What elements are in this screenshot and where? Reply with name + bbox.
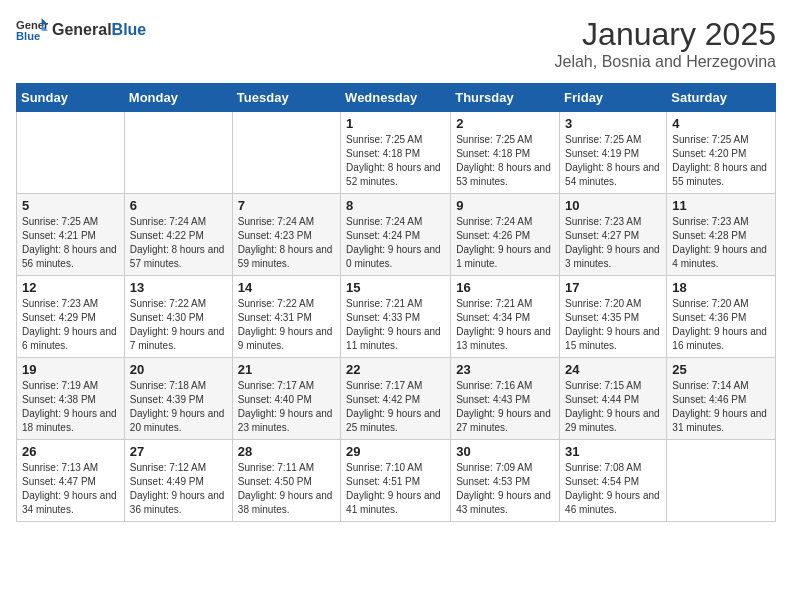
- day-info: Sunrise: 7:21 AM Sunset: 4:33 PM Dayligh…: [346, 297, 445, 353]
- day-number: 19: [22, 362, 119, 377]
- day-info: Sunrise: 7:17 AM Sunset: 4:40 PM Dayligh…: [238, 379, 335, 435]
- calendar-week-row: 1Sunrise: 7:25 AM Sunset: 4:18 PM Daylig…: [17, 112, 776, 194]
- weekday-header-friday: Friday: [560, 84, 667, 112]
- day-info: Sunrise: 7:25 AM Sunset: 4:20 PM Dayligh…: [672, 133, 770, 189]
- calendar-cell: 9Sunrise: 7:24 AM Sunset: 4:26 PM Daylig…: [451, 194, 560, 276]
- day-number: 28: [238, 444, 335, 459]
- svg-text:Blue: Blue: [16, 30, 40, 42]
- day-number: 6: [130, 198, 227, 213]
- calendar-cell: 7Sunrise: 7:24 AM Sunset: 4:23 PM Daylig…: [232, 194, 340, 276]
- day-info: Sunrise: 7:24 AM Sunset: 4:22 PM Dayligh…: [130, 215, 227, 271]
- weekday-header-wednesday: Wednesday: [341, 84, 451, 112]
- day-number: 13: [130, 280, 227, 295]
- weekday-header-thursday: Thursday: [451, 84, 560, 112]
- calendar-cell: 10Sunrise: 7:23 AM Sunset: 4:27 PM Dayli…: [560, 194, 667, 276]
- month-title: January 2025: [555, 16, 776, 53]
- calendar-cell: 1Sunrise: 7:25 AM Sunset: 4:18 PM Daylig…: [341, 112, 451, 194]
- location-title: Jelah, Bosnia and Herzegovina: [555, 53, 776, 71]
- day-number: 7: [238, 198, 335, 213]
- day-info: Sunrise: 7:14 AM Sunset: 4:46 PM Dayligh…: [672, 379, 770, 435]
- day-info: Sunrise: 7:23 AM Sunset: 4:29 PM Dayligh…: [22, 297, 119, 353]
- day-info: Sunrise: 7:16 AM Sunset: 4:43 PM Dayligh…: [456, 379, 554, 435]
- day-number: 29: [346, 444, 445, 459]
- calendar-cell: 23Sunrise: 7:16 AM Sunset: 4:43 PM Dayli…: [451, 358, 560, 440]
- day-info: Sunrise: 7:22 AM Sunset: 4:30 PM Dayligh…: [130, 297, 227, 353]
- calendar-week-row: 5Sunrise: 7:25 AM Sunset: 4:21 PM Daylig…: [17, 194, 776, 276]
- day-info: Sunrise: 7:08 AM Sunset: 4:54 PM Dayligh…: [565, 461, 661, 517]
- day-info: Sunrise: 7:25 AM Sunset: 4:18 PM Dayligh…: [346, 133, 445, 189]
- logo: General Blue GeneralBlue: [16, 16, 146, 44]
- day-number: 20: [130, 362, 227, 377]
- title-block: January 2025 Jelah, Bosnia and Herzegovi…: [555, 16, 776, 71]
- calendar-cell: [17, 112, 125, 194]
- day-number: 8: [346, 198, 445, 213]
- day-number: 15: [346, 280, 445, 295]
- calendar-week-row: 19Sunrise: 7:19 AM Sunset: 4:38 PM Dayli…: [17, 358, 776, 440]
- day-info: Sunrise: 7:12 AM Sunset: 4:49 PM Dayligh…: [130, 461, 227, 517]
- day-info: Sunrise: 7:24 AM Sunset: 4:24 PM Dayligh…: [346, 215, 445, 271]
- logo-text: GeneralBlue: [52, 21, 146, 39]
- day-info: Sunrise: 7:11 AM Sunset: 4:50 PM Dayligh…: [238, 461, 335, 517]
- day-info: Sunrise: 7:20 AM Sunset: 4:36 PM Dayligh…: [672, 297, 770, 353]
- calendar-cell: 24Sunrise: 7:15 AM Sunset: 4:44 PM Dayli…: [560, 358, 667, 440]
- day-number: 3: [565, 116, 661, 131]
- calendar-cell: 17Sunrise: 7:20 AM Sunset: 4:35 PM Dayli…: [560, 276, 667, 358]
- calendar-cell: 26Sunrise: 7:13 AM Sunset: 4:47 PM Dayli…: [17, 440, 125, 522]
- day-info: Sunrise: 7:13 AM Sunset: 4:47 PM Dayligh…: [22, 461, 119, 517]
- day-number: 25: [672, 362, 770, 377]
- calendar-cell: 5Sunrise: 7:25 AM Sunset: 4:21 PM Daylig…: [17, 194, 125, 276]
- day-number: 4: [672, 116, 770, 131]
- calendar-cell: 15Sunrise: 7:21 AM Sunset: 4:33 PM Dayli…: [341, 276, 451, 358]
- day-info: Sunrise: 7:17 AM Sunset: 4:42 PM Dayligh…: [346, 379, 445, 435]
- day-number: 18: [672, 280, 770, 295]
- weekday-header-sunday: Sunday: [17, 84, 125, 112]
- weekday-header-monday: Monday: [124, 84, 232, 112]
- day-info: Sunrise: 7:10 AM Sunset: 4:51 PM Dayligh…: [346, 461, 445, 517]
- day-info: Sunrise: 7:18 AM Sunset: 4:39 PM Dayligh…: [130, 379, 227, 435]
- weekday-header-saturday: Saturday: [667, 84, 776, 112]
- day-number: 17: [565, 280, 661, 295]
- day-number: 30: [456, 444, 554, 459]
- calendar-cell: 22Sunrise: 7:17 AM Sunset: 4:42 PM Dayli…: [341, 358, 451, 440]
- page-header: General Blue GeneralBlue January 2025 Je…: [16, 16, 776, 71]
- calendar-cell: 2Sunrise: 7:25 AM Sunset: 4:18 PM Daylig…: [451, 112, 560, 194]
- calendar-cell: 29Sunrise: 7:10 AM Sunset: 4:51 PM Dayli…: [341, 440, 451, 522]
- calendar-cell: 6Sunrise: 7:24 AM Sunset: 4:22 PM Daylig…: [124, 194, 232, 276]
- day-info: Sunrise: 7:25 AM Sunset: 4:18 PM Dayligh…: [456, 133, 554, 189]
- day-info: Sunrise: 7:22 AM Sunset: 4:31 PM Dayligh…: [238, 297, 335, 353]
- day-info: Sunrise: 7:24 AM Sunset: 4:23 PM Dayligh…: [238, 215, 335, 271]
- day-info: Sunrise: 7:20 AM Sunset: 4:35 PM Dayligh…: [565, 297, 661, 353]
- calendar-cell: 3Sunrise: 7:25 AM Sunset: 4:19 PM Daylig…: [560, 112, 667, 194]
- calendar-cell: 20Sunrise: 7:18 AM Sunset: 4:39 PM Dayli…: [124, 358, 232, 440]
- day-number: 9: [456, 198, 554, 213]
- calendar-cell: 25Sunrise: 7:14 AM Sunset: 4:46 PM Dayli…: [667, 358, 776, 440]
- day-info: Sunrise: 7:19 AM Sunset: 4:38 PM Dayligh…: [22, 379, 119, 435]
- calendar-cell: 31Sunrise: 7:08 AM Sunset: 4:54 PM Dayli…: [560, 440, 667, 522]
- calendar-week-row: 26Sunrise: 7:13 AM Sunset: 4:47 PM Dayli…: [17, 440, 776, 522]
- calendar-cell: 14Sunrise: 7:22 AM Sunset: 4:31 PM Dayli…: [232, 276, 340, 358]
- day-number: 27: [130, 444, 227, 459]
- calendar-cell: 27Sunrise: 7:12 AM Sunset: 4:49 PM Dayli…: [124, 440, 232, 522]
- calendar-cell: 4Sunrise: 7:25 AM Sunset: 4:20 PM Daylig…: [667, 112, 776, 194]
- calendar-cell: 8Sunrise: 7:24 AM Sunset: 4:24 PM Daylig…: [341, 194, 451, 276]
- day-info: Sunrise: 7:23 AM Sunset: 4:28 PM Dayligh…: [672, 215, 770, 271]
- day-info: Sunrise: 7:15 AM Sunset: 4:44 PM Dayligh…: [565, 379, 661, 435]
- calendar-cell: 30Sunrise: 7:09 AM Sunset: 4:53 PM Dayli…: [451, 440, 560, 522]
- weekday-header-row: SundayMondayTuesdayWednesdayThursdayFrid…: [17, 84, 776, 112]
- day-number: 23: [456, 362, 554, 377]
- calendar-cell: [124, 112, 232, 194]
- day-number: 21: [238, 362, 335, 377]
- calendar-cell: 21Sunrise: 7:17 AM Sunset: 4:40 PM Dayli…: [232, 358, 340, 440]
- day-number: 10: [565, 198, 661, 213]
- calendar-cell: 19Sunrise: 7:19 AM Sunset: 4:38 PM Dayli…: [17, 358, 125, 440]
- day-number: 24: [565, 362, 661, 377]
- calendar-cell: [232, 112, 340, 194]
- calendar-cell: 12Sunrise: 7:23 AM Sunset: 4:29 PM Dayli…: [17, 276, 125, 358]
- day-info: Sunrise: 7:25 AM Sunset: 4:19 PM Dayligh…: [565, 133, 661, 189]
- day-info: Sunrise: 7:23 AM Sunset: 4:27 PM Dayligh…: [565, 215, 661, 271]
- calendar-cell: 16Sunrise: 7:21 AM Sunset: 4:34 PM Dayli…: [451, 276, 560, 358]
- day-info: Sunrise: 7:24 AM Sunset: 4:26 PM Dayligh…: [456, 215, 554, 271]
- day-number: 5: [22, 198, 119, 213]
- day-info: Sunrise: 7:25 AM Sunset: 4:21 PM Dayligh…: [22, 215, 119, 271]
- calendar-cell: 13Sunrise: 7:22 AM Sunset: 4:30 PM Dayli…: [124, 276, 232, 358]
